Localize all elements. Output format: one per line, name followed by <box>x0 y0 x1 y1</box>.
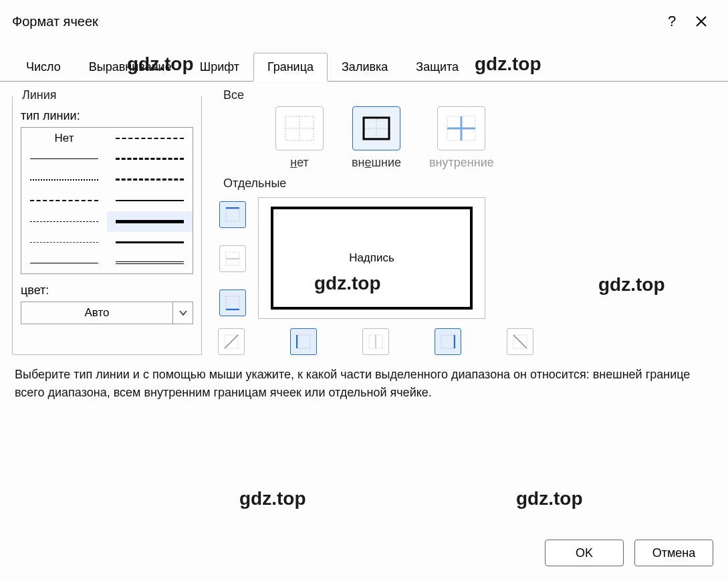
line-style-none[interactable]: Нет <box>21 128 107 148</box>
line-style-list[interactable]: Нет <box>21 127 193 274</box>
line-style-med-dashdot2[interactable] <box>107 169 193 190</box>
tab-bar: Число Выравнивание Шрифт Граница Заливка… <box>0 52 728 82</box>
svg-rect-17 <box>297 335 310 348</box>
watermark: gdz.top <box>239 488 306 509</box>
line-style-dashdot[interactable] <box>21 211 107 232</box>
diagonal-down-icon <box>513 334 527 349</box>
ok-button[interactable]: OK <box>545 540 624 566</box>
preset-inside-icon <box>446 115 477 142</box>
tab-fill[interactable]: Заливка <box>328 53 402 82</box>
line-style-dashdotdot[interactable] <box>21 232 107 253</box>
preset-none-icon <box>284 115 315 142</box>
color-value: Авто <box>21 306 172 320</box>
border-diag-down-button[interactable] <box>507 328 533 355</box>
border-middle-v-button[interactable] <box>362 328 389 355</box>
preset-inside[interactable] <box>437 106 485 150</box>
line-group-label: Линия <box>18 88 61 102</box>
tab-alignment[interactable]: Выравнивание <box>75 53 186 82</box>
diagonal-up-icon <box>224 334 239 349</box>
border-bottom-icon <box>225 296 240 310</box>
help-button[interactable]: ? <box>657 8 687 35</box>
close-button[interactable] <box>687 8 716 35</box>
preset-outline-label: внешние <box>352 156 401 170</box>
line-group: Линия тип линии: Нет цвет: <box>12 88 202 355</box>
tab-border[interactable]: Граница <box>253 53 328 82</box>
line-style-dotted[interactable] <box>21 169 107 190</box>
tab-protection[interactable]: Защита <box>402 53 473 82</box>
line-style-thick[interactable] <box>107 211 193 232</box>
border-top-button[interactable] <box>219 201 246 228</box>
dialog-title: Формат ячеек <box>12 14 98 29</box>
line-style-thick2[interactable] <box>107 232 193 253</box>
line-style-med-dashdot[interactable] <box>107 128 193 148</box>
help-text: Выберите тип линии и с помощью мыши укаж… <box>0 355 728 402</box>
close-icon <box>695 15 707 27</box>
svg-line-16 <box>225 335 238 348</box>
presets-group: Все нет <box>214 88 716 177</box>
border-middle-h-icon <box>225 251 240 266</box>
line-style-med-dash[interactable] <box>107 148 193 169</box>
preset-inside-label: внутренние <box>429 156 494 170</box>
chevron-down-icon <box>172 302 193 324</box>
border-right-button[interactable] <box>435 328 461 355</box>
svg-rect-13 <box>226 296 239 310</box>
line-style-thin[interactable] <box>21 253 107 273</box>
preset-outline[interactable] <box>352 106 400 150</box>
border-left-button[interactable] <box>290 328 317 355</box>
border-middle-h-button[interactable] <box>219 245 246 272</box>
tab-number[interactable]: Число <box>12 53 75 82</box>
line-style-medium[interactable] <box>107 190 193 211</box>
border-preview[interactable]: Надпись <box>258 197 485 319</box>
color-label: цвет: <box>21 283 193 298</box>
border-left-icon <box>296 334 311 349</box>
line-style-label: тип линии: <box>21 109 193 123</box>
border-middle-v-icon <box>368 334 383 349</box>
svg-rect-9 <box>226 208 239 221</box>
border-right-icon <box>441 334 455 349</box>
preview-text: Надпись <box>349 251 394 265</box>
line-style-double[interactable] <box>107 253 193 273</box>
preset-none-label: нет <box>290 156 309 170</box>
cancel-button[interactable]: Отмена <box>634 540 713 566</box>
border-diag-up-button[interactable] <box>218 328 245 355</box>
presets-group-label: Все <box>219 88 248 102</box>
border-top-icon <box>225 207 240 222</box>
preset-outline-icon <box>361 115 392 142</box>
border-bottom-button[interactable] <box>219 289 246 316</box>
tab-font[interactable]: Шрифт <box>186 53 253 82</box>
svg-rect-21 <box>441 335 455 348</box>
svg-line-24 <box>513 335 527 348</box>
line-style-dashed-thin[interactable] <box>21 190 107 211</box>
individual-group: Отдельные Надпись <box>214 177 716 355</box>
individual-group-label: Отдельные <box>219 177 290 191</box>
color-combo[interactable]: Авто <box>21 302 193 324</box>
line-style-hair[interactable] <box>21 148 107 169</box>
watermark: gdz.top <box>516 488 583 509</box>
preset-none[interactable] <box>275 106 324 150</box>
